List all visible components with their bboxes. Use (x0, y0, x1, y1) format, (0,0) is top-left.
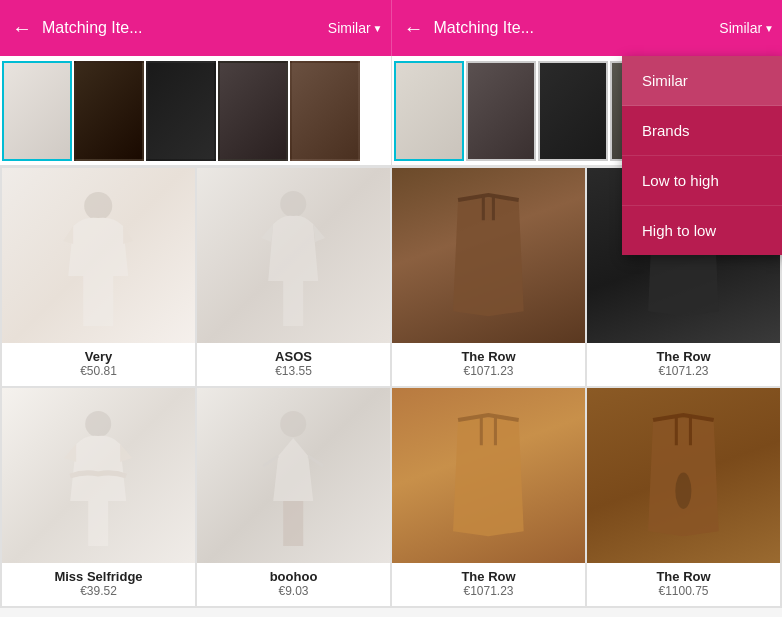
thumb-item[interactable] (218, 61, 288, 161)
product-card[interactable]: The Row €1071.23 (392, 388, 585, 606)
product-brand: Very (85, 349, 112, 364)
svg-point-1 (280, 191, 306, 217)
thumb-item[interactable] (74, 61, 144, 161)
header-title-right: Matching Ite... (434, 19, 714, 37)
thumb-item[interactable] (394, 61, 464, 161)
filter-dropdown-right[interactable]: Similar ▼ (719, 20, 774, 36)
product-image (197, 168, 390, 343)
thumb-panel-left (0, 56, 391, 165)
dropdown-item-similar[interactable]: Similar (622, 56, 782, 106)
product-brand: The Row (461, 349, 515, 364)
product-image (392, 388, 585, 563)
thumb-item[interactable] (290, 61, 360, 161)
product-card[interactable]: The Row €1100.75 (587, 388, 780, 606)
product-price: €1071.23 (463, 364, 513, 378)
product-brand: ASOS (275, 349, 312, 364)
svg-point-3 (280, 411, 306, 437)
product-price: €9.03 (278, 584, 308, 598)
product-price: €50.81 (80, 364, 117, 378)
thumb-item[interactable] (538, 61, 608, 161)
product-brand: boohoo (270, 569, 318, 584)
thumb-item[interactable] (146, 61, 216, 161)
product-price: €13.55 (275, 364, 312, 378)
header: ← Matching Ite... Similar ▼ ← Matching I… (0, 0, 782, 56)
back-button-left[interactable]: ← (8, 13, 36, 44)
product-card[interactable]: boohoo €9.03 (197, 388, 390, 606)
svg-point-4 (675, 472, 691, 508)
product-brand: The Row (656, 349, 710, 364)
product-image (2, 388, 195, 563)
header-panel-left: ← Matching Ite... Similar ▼ (0, 0, 391, 56)
product-card[interactable]: ASOS €13.55 (197, 168, 390, 386)
thumb-item[interactable] (2, 61, 72, 161)
filter-label-right: Similar (719, 20, 762, 36)
sort-dropdown-menu: Similar Brands Low to high High to low (622, 56, 782, 255)
product-image (197, 388, 390, 563)
product-price: €1100.75 (658, 584, 708, 598)
product-image (587, 388, 780, 563)
chevron-down-icon-left: ▼ (373, 23, 383, 34)
header-title-left: Matching Ite... (42, 19, 322, 37)
svg-point-0 (84, 192, 112, 220)
product-price: €1071.23 (658, 364, 708, 378)
product-brand: The Row (656, 569, 710, 584)
filter-label-left: Similar (328, 20, 371, 36)
filter-dropdown-left[interactable]: Similar ▼ (328, 20, 383, 36)
header-panel-right: ← Matching Ite... Similar ▼ (391, 0, 783, 56)
product-price: €1071.23 (463, 584, 513, 598)
back-button-right[interactable]: ← (400, 13, 428, 44)
thumb-item[interactable] (466, 61, 536, 161)
dropdown-item-brands[interactable]: Brands (622, 106, 782, 156)
product-price: €39.52 (80, 584, 117, 598)
product-image (2, 168, 195, 343)
dropdown-item-low-high[interactable]: Low to high (622, 156, 782, 206)
dropdown-item-high-low[interactable]: High to low (622, 206, 782, 255)
product-image (392, 168, 585, 343)
product-card[interactable]: Very €50.81 (2, 168, 195, 386)
chevron-down-icon-right: ▼ (764, 23, 774, 34)
product-card[interactable]: The Row €1071.23 (392, 168, 585, 386)
product-card[interactable]: Miss Selfridge €39.52 (2, 388, 195, 606)
product-brand: Miss Selfridge (54, 569, 142, 584)
product-brand: The Row (461, 569, 515, 584)
svg-point-2 (85, 411, 111, 437)
